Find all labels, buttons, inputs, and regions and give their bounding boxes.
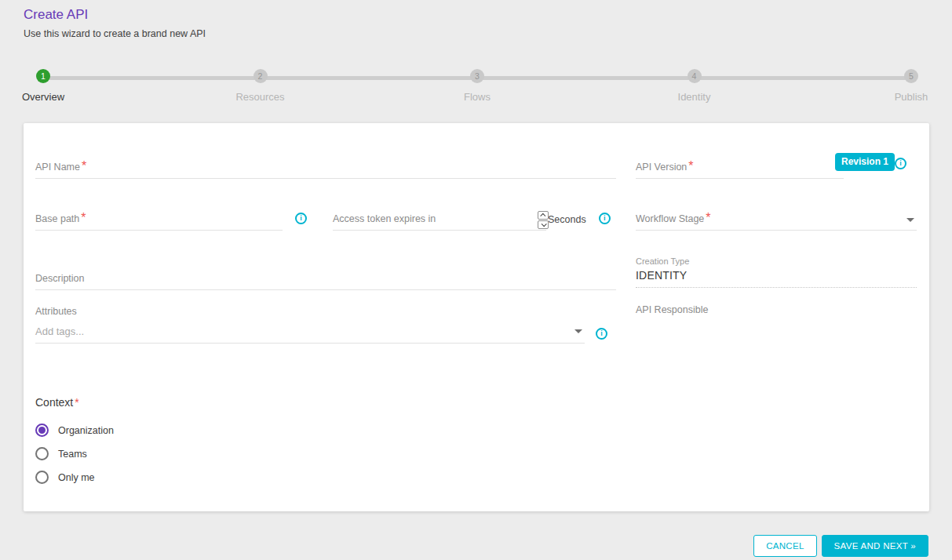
save-and-next-button[interactable]: SAVE AND NEXT » — [822, 535, 928, 557]
radio-dot — [38, 450, 46, 457]
step-resources[interactable]: 2 Resources — [202, 69, 319, 103]
attributes-tags-input[interactable]: Add tags... — [35, 324, 585, 344]
radio-teams-label: Teams — [58, 449, 87, 460]
api-version-label: API Version — [636, 162, 687, 173]
page-title: Create API — [24, 7, 952, 23]
creation-type-value: IDENTITY — [636, 269, 917, 282]
step-circle-1[interactable]: 1 — [36, 69, 50, 83]
workflow-stage-caret-icon[interactable] — [906, 218, 914, 222]
required-asterisk: * — [81, 211, 86, 224]
step-flows[interactable]: 3 Flows — [418, 69, 536, 103]
access-token-label: Access token expires in — [333, 213, 436, 224]
radio-button-icon[interactable] — [35, 424, 49, 437]
context-title: Context* — [35, 396, 616, 409]
revision-badge: Revision 1 — [835, 153, 895, 171]
attributes-dropdown-caret-icon[interactable] — [574, 329, 582, 333]
spinner-down-button[interactable] — [538, 220, 549, 229]
creation-type-field: Creation Type IDENTITY — [636, 256, 917, 288]
step-circle-5[interactable]: 5 — [904, 69, 918, 83]
radio-teams[interactable]: Teams — [35, 447, 616, 460]
step-circle-3[interactable]: 3 — [470, 69, 484, 83]
creation-type-label: Creation Type — [636, 256, 917, 266]
step-label-resources: Resources — [202, 91, 319, 103]
form-left-column: API Name* Base path* i Access token expi… — [35, 123, 616, 511]
form-row-1-right: API Version* Revision 1 — [636, 123, 917, 179]
context-radio-group: Organization Teams Only me — [35, 424, 616, 484]
step-circle-2[interactable]: 2 — [254, 69, 268, 83]
api-responsible-block[interactable]: API Responsible i — [636, 304, 917, 315]
attributes-info-icon[interactable]: i — [596, 328, 607, 340]
step-publish[interactable]: 5 Publish — [852, 69, 952, 103]
workflow-stage-select[interactable]: Workflow Stage* — [636, 211, 917, 231]
step-label-flows: Flows — [418, 91, 536, 103]
number-spinner — [538, 211, 549, 229]
radio-button-icon[interactable] — [35, 447, 49, 460]
api-name-field[interactable]: API Name* — [35, 159, 616, 179]
cancel-button[interactable]: CANCEL — [753, 535, 816, 557]
description-field[interactable]: Description — [35, 271, 616, 290]
radio-only-me-label: Only me — [58, 472, 95, 483]
attributes-row: Add tags... i — [35, 317, 616, 344]
radio-dot — [38, 427, 46, 434]
attributes-placeholder: Add tags... — [35, 325, 84, 337]
attributes-label: Attributes — [35, 306, 616, 317]
create-api-form-card: API Name* Base path* i Access token expi… — [24, 123, 929, 511]
seconds-unit-label: Seconds — [548, 214, 586, 225]
api-responsible-info-icon[interactable]: i — [895, 158, 906, 169]
required-asterisk: * — [75, 396, 78, 409]
context-label: Context — [35, 396, 73, 409]
access-token-info-icon[interactable]: i — [599, 213, 611, 224]
spinner-up-button[interactable] — [538, 211, 549, 220]
page-subtitle: Use this wizard to create a brand new AP… — [24, 28, 952, 39]
footer-actions: CANCEL SAVE AND NEXT » — [753, 535, 928, 557]
api-version-field[interactable]: API Version* — [636, 159, 844, 179]
wizard-stepper: 1 Overview 2 Resources 3 Flows 4 Identit… — [24, 64, 928, 98]
step-overview[interactable]: 1 Overview — [0, 69, 102, 103]
radio-organization-label: Organization — [58, 425, 114, 436]
step-label-overview: Overview — [0, 91, 102, 103]
step-circle-4[interactable]: 4 — [688, 69, 702, 83]
required-asterisk: * — [82, 159, 86, 173]
base-path-label: Base path — [35, 213, 79, 224]
required-asterisk: * — [706, 211, 710, 224]
attributes-block: Attributes Add tags... i — [35, 306, 616, 344]
api-name-label: API Name — [35, 162, 80, 173]
description-label: Description — [35, 273, 85, 284]
step-label-identity: Identity — [636, 91, 753, 103]
workflow-stage-label: Workflow Stage — [636, 213, 704, 224]
page-header: Create API Use this wizard to create a b… — [0, 0, 952, 39]
chevron-up-icon — [540, 213, 545, 219]
context-block: Context* Organization Teams Only me — [35, 396, 616, 484]
radio-dot — [38, 474, 46, 481]
access-token-field[interactable]: Access token expires in — [333, 211, 546, 231]
radio-button-icon[interactable] — [35, 471, 49, 484]
base-path-field[interactable]: Base path* — [35, 211, 283, 231]
form-row-2: Base path* i Access token expires in Sec… — [35, 179, 616, 231]
base-path-info-icon[interactable]: i — [295, 213, 307, 224]
step-label-publish: Publish — [852, 91, 952, 103]
form-right-column: API Version* Revision 1 Workflow Stage* … — [636, 123, 917, 511]
api-responsible-label: API Responsible — [636, 304, 917, 315]
required-asterisk: * — [688, 159, 693, 173]
radio-organization[interactable]: Organization — [35, 424, 616, 437]
step-identity[interactable]: 4 Identity — [636, 69, 753, 103]
chevron-down-icon — [541, 221, 546, 227]
radio-only-me[interactable]: Only me — [35, 471, 616, 484]
